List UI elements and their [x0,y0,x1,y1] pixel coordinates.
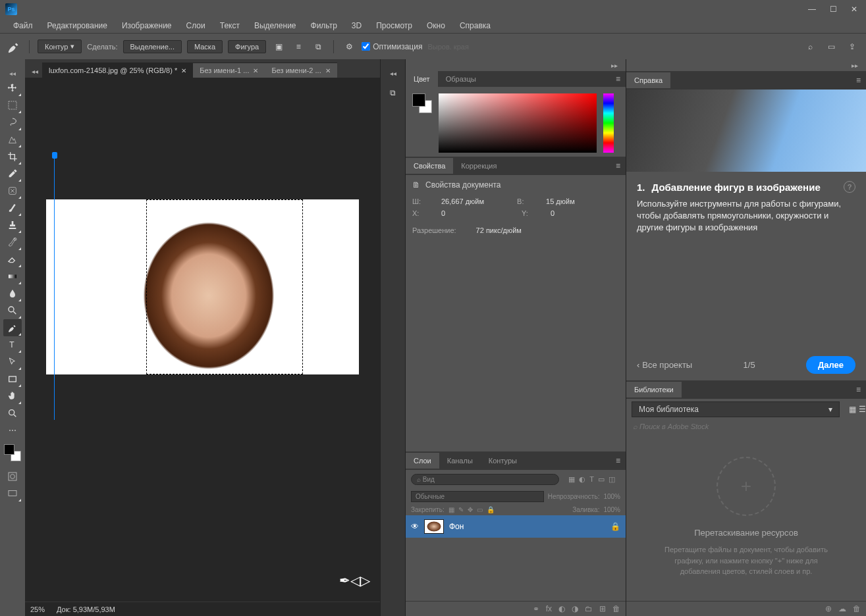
filter-pixel-icon[interactable]: ▦ [568,475,575,484]
layer-mask-icon[interactable]: ◐ [558,604,565,613]
add-asset-icon[interactable]: + [717,457,776,516]
panel-menu-icon[interactable]: ≡ [610,74,626,84]
path-arrange-icon[interactable]: ⧉ [311,39,325,54]
blur-tool[interactable] [3,285,22,302]
tab-color[interactable]: Цвет [406,71,438,87]
doc-tab-2[interactable]: Без имени-2 ...✕ [265,63,337,78]
menu-help[interactable]: Справка [453,20,497,32]
stock-search-input[interactable]: ⌕ Поиск в Adobe Stock [626,420,866,433]
menu-window[interactable]: Окно [420,20,452,32]
toolbar-collapse[interactable]: ◂◂ [5,67,20,80]
close-icon[interactable]: ✕ [325,67,331,74]
path-op-combine-icon[interactable]: ▣ [271,39,286,54]
menu-image[interactable]: Изображение [115,20,178,32]
color-swatch[interactable] [412,93,432,113]
link-layers-icon[interactable]: ⚭ [533,604,539,613]
tab-libraries[interactable]: Библиотеки [626,382,682,398]
fill-value[interactable]: 100% [603,506,620,513]
lock-icon[interactable]: 🔒 [610,522,620,531]
tab-adjustments[interactable]: Коррекция [453,158,504,174]
delete-layer-icon[interactable]: 🗑 [612,604,620,613]
pen-anchor-point[interactable] [52,152,57,159]
make-mask-button[interactable]: Маска [187,40,223,53]
quick-select-tool[interactable] [3,131,22,148]
menu-view[interactable]: Просмотр [369,20,419,32]
move-tool[interactable] [3,80,22,97]
pen-tool[interactable] [3,319,22,336]
share-icon[interactable]: ⇪ [845,39,859,54]
lasso-tool[interactable] [3,114,22,131]
group-icon[interactable]: 🗀 [585,604,593,613]
all-projects-link[interactable]: ‹ Все проекты [637,360,692,370]
dodge-tool[interactable] [3,302,22,319]
stamp-tool[interactable] [3,217,22,234]
tab-layers[interactable]: Слои [406,453,439,469]
shape-tool[interactable] [3,371,22,388]
add-library-icon[interactable]: ⊕ [825,604,832,613]
hue-slider[interactable] [603,93,614,153]
color-field[interactable] [439,93,597,153]
opacity-value[interactable]: 100% [603,493,620,500]
tab-help[interactable]: Справка [626,72,670,88]
screenmode-icon[interactable] [3,485,22,502]
foreground-background-color[interactable] [4,444,21,461]
menu-3d[interactable]: 3D [345,20,368,32]
lock-position-icon[interactable]: ✥ [468,506,473,513]
adjustment-layer-icon[interactable]: ◑ [572,604,578,613]
cc-sync-icon[interactable]: ☁ [838,604,846,613]
menu-text[interactable]: Текст [213,20,246,32]
blend-mode-select[interactable]: Обычные [411,491,544,502]
menu-layers[interactable]: Слои [180,20,212,32]
panel-menu-icon[interactable]: ≡ [851,76,866,85]
minimize-button[interactable]: — [805,5,819,14]
layer-fx-icon[interactable]: fx [546,604,552,613]
canvas-viewport[interactable]: ✒◁▷ [25,78,380,602]
history-brush-tool[interactable] [3,234,22,251]
tabs-collapse[interactable]: ◂◂ [28,65,42,78]
filter-smart-icon[interactable]: ◫ [609,475,615,484]
hand-tool[interactable] [3,388,22,405]
marquee-tool[interactable] [3,97,22,114]
tab-channels[interactable]: Каналы [439,453,481,469]
path-align-icon[interactable]: ≡ [291,39,306,54]
menu-edit[interactable]: Редактирование [41,20,114,32]
tab-properties[interactable]: Свойства [406,158,453,174]
path-select-tool[interactable] [3,353,22,371]
close-icon[interactable]: ✕ [253,67,258,74]
menu-file[interactable]: Файл [7,20,40,32]
search-icon[interactable]: ⌕ [803,39,817,54]
maximize-button[interactable]: ☐ [826,5,840,14]
filter-adjust-icon[interactable]: ◐ [579,475,585,484]
panel-menu-icon[interactable]: ≡ [610,161,626,170]
layer-name[interactable]: Фон [449,522,464,531]
filter-shape-icon[interactable]: ▭ [598,475,605,484]
help-icon[interactable]: ? [844,181,855,193]
next-button[interactable]: Далее [806,356,855,374]
optimize-checkbox[interactable]: Оптимизация [362,42,422,51]
path-mode-select[interactable]: Контур ▾ [38,39,82,53]
gear-icon[interactable]: ⚙ [342,39,356,54]
heal-tool[interactable] [3,182,22,199]
doc-tab-1[interactable]: Без имени-1 ...✕ [193,63,265,78]
make-shape-button[interactable]: Фигура [228,40,266,53]
lock-artboard-icon[interactable]: ▭ [477,506,483,513]
layer-filter-select[interactable]: Вид [411,474,559,485]
lock-all-icon[interactable]: 🔒 [487,506,495,513]
history-panel-icon[interactable]: ⧉ [385,85,401,101]
menu-select[interactable]: Выделение [248,20,303,32]
menu-filter[interactable]: Фильтр [304,20,344,32]
edit-toolbar[interactable]: ⋯ [3,422,22,439]
panel-menu-icon[interactable]: ≡ [851,385,866,394]
mid-collapse[interactable]: ▸▸ [607,59,622,72]
library-select[interactable]: Моя библиотека▾ [632,401,840,417]
eyedropper-tool[interactable] [3,165,22,182]
gradient-tool[interactable] [3,268,22,285]
grid-view-icon[interactable]: ▦ [849,405,856,414]
close-icon[interactable]: ✕ [181,67,186,74]
workspace-icon[interactable]: ▭ [824,39,838,54]
make-selection-button[interactable]: Выделение... [123,40,182,53]
zoom-level[interactable]: 25% [30,605,45,613]
layer-thumbnail[interactable] [424,519,444,534]
tool-preset-icon[interactable] [7,39,21,54]
filter-type-icon[interactable]: T [589,475,594,484]
